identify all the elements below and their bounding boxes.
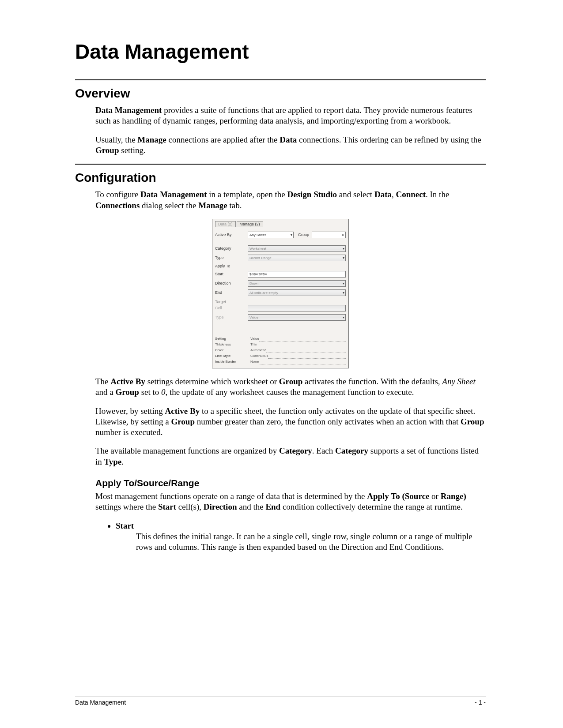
list-item: Start This defines the initial range. It… [116,521,486,553]
label-category: Category [215,246,248,251]
overview-p1: Data Management provides a suite of func… [95,105,486,127]
text-italic: 0 [161,387,166,397]
text: tab. [227,201,242,210]
label-cell: Cell [215,306,248,310]
text: number is executed. [95,428,162,437]
text: . [121,457,124,466]
field-start[interactable]: $B$4:$F$4 [248,271,346,278]
row-thickness: Thickness Thin [215,342,346,347]
footer-rule [75,697,486,697]
text-bold: Data [280,135,297,144]
text-bold: Data Management [95,105,162,115]
footer-left: Data Management [75,699,126,706]
label-type2: Type [215,315,248,319]
field-type2[interactable]: Value [248,314,346,321]
text-bold: Category [279,446,312,455]
label-type: Type [215,255,248,260]
field-group[interactable]: 0 [312,232,346,238]
field-end[interactable]: All cells are empty [248,289,346,296]
tab-data[interactable]: Data (2) [215,221,236,227]
overview-body: Data Management provides a suite of func… [95,105,486,156]
text: connections. This ordering can be refine… [297,135,481,144]
section-rule [75,164,486,165]
text-italic: Any Sheet [442,377,475,386]
row-end: End All cells are empty [215,289,346,296]
label-color: Color [215,348,248,353]
text-bold: Apply To (Source [367,492,429,501]
field-direction[interactable]: Down [248,280,346,287]
text: setting. [119,146,146,155]
text: number greater than zero, the function o… [195,417,461,426]
text: connections are applied after the [166,135,280,144]
config-p3: However, by setting Active By to a speci… [95,406,486,438]
text-bold: Group [461,417,484,426]
config-body: To configure Data Management in a templa… [95,189,486,211]
tab-manage[interactable]: Manage (2) [237,221,263,227]
field-category[interactable]: Worksheet [248,245,346,252]
page-footer: Data Management - 1 - [75,697,486,706]
text: activates the function. With the default… [302,377,442,386]
text-bold: Category [335,446,368,455]
label-start: Start [215,272,248,276]
field-cell[interactable] [248,305,346,311]
text: settings determine which worksheet or [145,377,279,386]
document-page: Data Management Overview Data Management… [0,0,563,728]
text: or [429,492,440,501]
page-title: Data Management [75,40,486,64]
text: . In the [426,190,449,199]
bullet-head: Start [116,521,486,531]
row-active-by: Active By Any Sheet Group 0 [215,232,346,238]
text-bold: Manage [198,201,227,210]
text: settings where the [95,502,158,511]
text-bold: Range) [441,492,466,501]
text: condition collectively determine the ran… [280,502,463,511]
label-group: Group [298,233,309,237]
dialog-figure: Data (2) Manage (2) Active By Any Sheet … [75,219,486,368]
label-active-by: Active By [215,233,248,237]
row-line-style: Line Style Continuous [215,354,346,359]
heading-configuration: Configuration [75,171,486,185]
field-type[interactable]: Border Range [248,255,346,261]
text-bold: Data Management [140,190,207,199]
label-target: Target [215,300,346,304]
text-bold: Active By [165,406,200,416]
text: dialog select the [140,201,198,210]
text-bold: Group [95,146,119,155]
value-line-style: Continuous [250,354,268,359]
text: in a template, open the [207,190,287,199]
footer-right: - 1 - [475,699,486,706]
text: and a [95,387,115,397]
text-bold: Design Studio [287,190,337,199]
text: To configure [95,190,140,199]
row-apply-to: Apply To [215,264,346,268]
config-body-cont: The Active By settings determine which w… [95,376,486,467]
heading-overview: Overview [75,86,486,101]
value-color: Automatic [250,348,266,353]
text-bold: Manage [137,135,166,144]
label-direction: Direction [215,281,248,285]
section-rule [75,79,486,80]
dialog-tabs: Data (2) Manage (2) [215,221,346,227]
bullet-text: This defines the initial range. It can b… [136,531,486,553]
text: Most management functions operate on a r… [95,492,367,501]
config-p2: The Active By settings determine which w… [95,376,486,398]
config-p4: The available management functions are o… [95,446,486,467]
apply-body: Most management functions operate on a r… [95,491,486,513]
text: , the update of any worksheet causes the… [166,387,414,397]
label-thickness: Thickness [215,342,248,347]
col-value: Value [250,337,259,341]
row-start: Start $B$4:$F$4 [215,271,346,278]
settings-header: Setting Value [215,337,346,341]
text-bold: Connect [396,190,426,199]
overview-p2: Usually, the Manage connections are appl… [95,135,486,156]
text: . Each [312,446,335,455]
text-bold: Data [374,190,392,199]
text: set to [139,387,161,397]
text-bold: Group [171,417,195,426]
field-active-by[interactable]: Any Sheet [248,232,294,238]
apply-p1: Most management functions operate on a r… [95,491,486,513]
row-inside-border: Inside Border None [215,360,346,364]
value-thickness: Thin [250,342,257,347]
text: However, by setting [95,406,165,416]
config-p1: To configure Data Management in a templa… [95,189,486,211]
